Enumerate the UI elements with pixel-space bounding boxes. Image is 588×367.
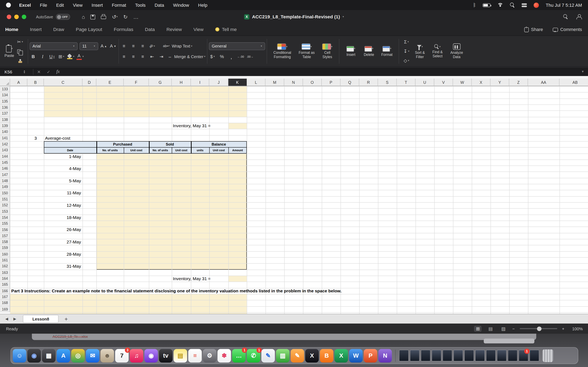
italic-button[interactable]: I — [39, 53, 46, 60]
wrap-text-button[interactable]: ab↩Wrap Text▾ — [163, 42, 192, 50]
column-header-J[interactable]: J — [209, 79, 228, 86]
insert-function-icon[interactable]: fx — [56, 69, 60, 75]
row-header-167[interactable]: 167 — [0, 294, 10, 300]
name-box-stepper[interactable]: ▲▼ — [23, 70, 26, 74]
row-header-146[interactable]: 146 — [0, 166, 10, 172]
column-header-S[interactable]: S — [378, 79, 397, 86]
row-header-164[interactable]: 164 — [0, 276, 10, 282]
find-select-button[interactable]: ▾ Find & Select — [430, 44, 445, 58]
dock-window-thumbnail-2[interactable] — [410, 350, 420, 361]
column-header-Y[interactable]: Y — [490, 79, 509, 86]
ribbon-tab-data[interactable]: Data — [145, 27, 155, 32]
align-middle-button[interactable]: ≡ — [130, 42, 137, 50]
ribbon-tab-page-layout[interactable]: Page Layout — [76, 27, 102, 32]
grow-font-button[interactable]: A▲ — [100, 42, 108, 50]
dock-icon-finder[interactable]: ☺ — [13, 349, 26, 362]
name-box[interactable]: K56 — [0, 69, 23, 74]
column-header-A[interactable]: A — [10, 79, 27, 86]
select-all-corner[interactable] — [0, 79, 10, 86]
number-format-select[interactable]: General▾ — [209, 42, 265, 50]
row-header-138[interactable]: 138 — [0, 117, 10, 123]
clear-button[interactable]: ◇▾ — [403, 57, 410, 65]
dock-window-thumbnail-13[interactable] — [529, 350, 539, 361]
format-cells-button[interactable]: ▾ Format — [379, 46, 395, 57]
fill-color-button[interactable]: ▾ — [67, 53, 75, 60]
column-header-R[interactable]: R — [359, 79, 378, 86]
row-header-141[interactable]: 141 — [0, 135, 10, 141]
dock-icon-onenote[interactable]: N — [378, 349, 392, 362]
merge-center-button[interactable]: ⇔Merge & Center▾ — [168, 53, 205, 60]
increase-indent-button[interactable]: ⇥ — [158, 53, 165, 60]
dock-icon-notes[interactable]: ▤ — [173, 349, 187, 362]
menu-format[interactable]: Format — [112, 2, 126, 8]
column-header-P[interactable]: P — [322, 79, 341, 86]
sheet-tab-lesson8[interactable]: Lesson8 — [23, 315, 59, 323]
control-center-icon[interactable] — [522, 3, 527, 7]
conditional-formatting-button[interactable]: ▾ Conditional Formatting — [271, 43, 294, 59]
dock-window-thumbnail-3[interactable] — [421, 350, 431, 361]
column-header-AB[interactable]: AB — [559, 79, 588, 86]
dock-window-thumbnail-1[interactable] — [399, 350, 409, 361]
row-header-152[interactable]: 152 — [0, 202, 10, 208]
underline-button[interactable]: U▾ — [48, 53, 56, 60]
dock-icon-messages[interactable]: …1 — [232, 349, 246, 362]
dock-icon-calendar[interactable]: 73 — [115, 349, 129, 362]
ribbon-tab-insert[interactable]: Insert — [30, 27, 42, 32]
column-header-C[interactable]: C — [44, 79, 82, 86]
menu-excel[interactable]: Excel — [19, 2, 31, 8]
ribbon-tab-formulas[interactable]: Formulas — [114, 27, 133, 32]
dock-icon-contacts[interactable]: ☻ — [100, 349, 114, 362]
format-as-table-button[interactable]: ▾ Format as Table — [296, 43, 317, 59]
align-top-button[interactable]: ≡ — [120, 42, 128, 50]
dock-icon-pages[interactable]: ✎ — [291, 349, 304, 362]
column-header-L[interactable]: L — [247, 79, 266, 86]
align-bottom-button[interactable]: ≡ — [139, 42, 147, 50]
bluetooth-icon[interactable]: ᛒ — [473, 2, 476, 8]
row-header-151[interactable]: 151 — [0, 196, 10, 202]
comments-button[interactable]: Comments — [553, 27, 582, 32]
dock-icon-trash[interactable] — [543, 349, 553, 362]
row-header-160[interactable]: 160 — [0, 251, 10, 257]
spotlight-icon[interactable] — [510, 3, 515, 8]
column-header-AA[interactable]: AA — [528, 79, 559, 86]
delete-cells-button[interactable]: ▾ Delete — [361, 46, 377, 57]
ribbon-tab-draw[interactable]: Draw — [53, 27, 64, 32]
dock-icon-excel[interactable]: X — [334, 349, 348, 362]
menu-clock[interactable]: Thu Jul 7 5:12 AM — [546, 2, 582, 8]
cell-styles-button[interactable]: ▾ Cell Styles — [319, 43, 335, 59]
dock-window-thumbnail-9[interactable] — [486, 350, 496, 361]
dock-icon-reminders[interactable]: ≡ — [188, 349, 202, 362]
row-header-162[interactable]: 162 — [0, 263, 10, 269]
dock-icon-powerpoint[interactable]: P — [364, 349, 377, 362]
row-header-143[interactable]: 143 — [0, 147, 10, 153]
column-header-U[interactable]: U — [415, 79, 434, 86]
page-break-view-button[interactable]: ▨ — [499, 325, 507, 332]
bold-button[interactable]: B — [29, 53, 37, 60]
analyze-data-button[interactable]: Analyze Data — [448, 43, 466, 59]
column-header-G[interactable]: G — [149, 79, 172, 86]
dock-window-thumbnail-8[interactable] — [475, 350, 485, 361]
menu-data[interactable]: Data — [155, 2, 164, 8]
column-header-I[interactable]: I — [191, 79, 209, 86]
row-header-156[interactable]: 156 — [0, 227, 10, 233]
percent-button[interactable]: % — [218, 53, 226, 60]
dock-window-thumbnail-4[interactable] — [432, 350, 441, 361]
menu-insert[interactable]: Insert — [92, 2, 103, 8]
zoom-slider[interactable] — [520, 328, 557, 329]
battery-icon[interactable] — [483, 3, 491, 7]
menu-edit[interactable]: Edit — [56, 2, 64, 8]
cut-button[interactable]: ✂▾ — [16, 38, 24, 46]
share-button[interactable]: Share — [524, 27, 543, 32]
zoom-out-button[interactable]: − — [512, 326, 515, 331]
menu-app-icon[interactable] — [534, 2, 539, 8]
next-sheet-icon[interactable]: ▶ — [13, 317, 16, 321]
row-header-161[interactable]: 161 — [0, 257, 10, 263]
prev-sheet-icon[interactable]: ◀ — [5, 317, 8, 321]
font-name-select[interactable]: Arial▾ — [29, 42, 77, 50]
align-left-button[interactable]: ≡ — [120, 53, 128, 60]
paste-button[interactable]: ▾ Paste — [4, 45, 14, 58]
ribbon-tab-home[interactable]: Home — [5, 27, 18, 32]
row-header-135[interactable]: 135 — [0, 98, 10, 104]
dock-icon-word[interactable]: W — [349, 349, 363, 362]
enter-icon[interactable]: ✓ — [47, 69, 51, 75]
